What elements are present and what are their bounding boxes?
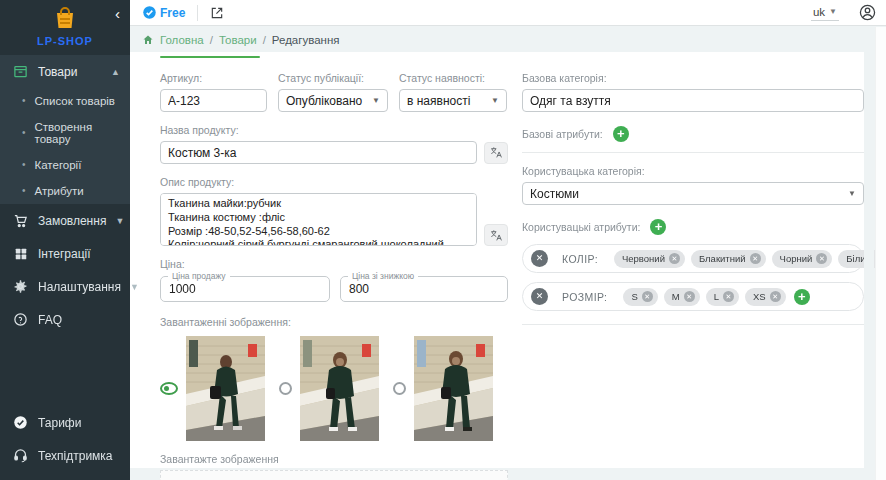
external-link-button[interactable]: [210, 6, 224, 20]
topbar: Free uk ▼: [130, 0, 886, 26]
sidebar-subitem-label: Атрибути: [35, 185, 84, 197]
sidebar-item-label: Товари: [38, 65, 102, 79]
add-custom-attribute-button[interactable]: +: [650, 219, 666, 235]
image-dropzone[interactable]: [160, 470, 508, 480]
value-chip: Блакитний✕: [691, 250, 766, 268]
value-chip: S✕: [623, 288, 657, 306]
image-radio-1[interactable]: [160, 382, 178, 395]
chevron-down-icon: ▼: [829, 7, 837, 16]
chip-label: Блакитний: [699, 253, 746, 264]
stock-status-select[interactable]: в наявності ▼: [399, 89, 507, 112]
publish-status-value: Опубліковано: [286, 94, 362, 108]
discount-price-input[interactable]: [349, 282, 499, 296]
remove-attribute-button[interactable]: ✕: [531, 250, 548, 267]
sidebar-item-label: Замовлення: [38, 214, 106, 228]
topbar-right: uk ▼: [811, 4, 876, 21]
sidebar-item-integrations[interactable]: Інтеграції: [0, 237, 130, 270]
sidebar: LP-SHOP ‹ Товари ▲ • Список товарів • Ст…: [0, 0, 130, 480]
check-seal-icon: [12, 414, 29, 431]
description-textarea[interactable]: Тканина майки:рубчик Тканина костюму :фл…: [160, 193, 477, 246]
product-name-input[interactable]: [160, 141, 477, 164]
sidebar-item-attributes[interactable]: • Атрибути: [0, 178, 130, 204]
uploaded-images-label: Завантаженні зображення:: [160, 316, 508, 328]
product-name-label: Назва продукту:: [160, 124, 508, 136]
divider: [522, 152, 864, 153]
base-attributes-label: Базові атрибути:: [522, 128, 603, 140]
remove-value-icon[interactable]: ✕: [770, 291, 781, 302]
sidebar-item-create-product[interactable]: • Створення товару: [0, 114, 130, 152]
sidebar-item-support[interactable]: Техпідтримка: [0, 439, 130, 472]
verified-badge-icon: [142, 5, 157, 20]
image-radio-3[interactable]: [393, 382, 406, 395]
value-chip: M✕: [664, 288, 700, 306]
product-photo[interactable]: [414, 336, 493, 441]
sidebar-collapse-icon[interactable]: ‹: [115, 6, 120, 21]
price-input[interactable]: [169, 282, 321, 296]
product-photo[interactable]: [186, 336, 265, 441]
remove-value-icon[interactable]: ✕: [642, 291, 653, 302]
sidebar-item-product-list[interactable]: • Список товарів: [0, 88, 130, 114]
sidebar-item-categories[interactable]: • Категорії: [0, 152, 130, 178]
image-radio-2[interactable]: [279, 382, 292, 395]
topbar-divider: [197, 5, 198, 21]
sidebar-footer: Тарифи Техпідтримка: [0, 406, 130, 480]
logo[interactable]: LP-SHOP ‹: [0, 0, 130, 55]
publish-status-select[interactable]: Опубліковано ▼: [278, 89, 388, 112]
external-link-icon: [210, 6, 224, 20]
breadcrumb-separator: /: [263, 34, 266, 46]
chevron-down-icon: ▼: [491, 96, 499, 105]
sku-input[interactable]: [160, 89, 267, 112]
sidebar-group-products: Товари ▲ • Список товарів • Створення то…: [0, 55, 130, 204]
home-icon: [142, 34, 154, 46]
price-field: Ціна продажу: [160, 276, 330, 302]
main-area: Free uk ▼ Головна / Товари / Редаг: [130, 0, 886, 480]
page-scrollbar[interactable]: [875, 27, 886, 480]
discount-price-field: Ціна зі знижкою: [340, 276, 508, 302]
help-circle-icon: [12, 311, 29, 328]
chevron-down-icon: ▼: [372, 96, 380, 105]
app-window: LP-SHOP ‹ Товари ▲ • Список товарів • Ст…: [0, 0, 886, 480]
remove-value-icon[interactable]: ✕: [750, 253, 761, 264]
sidebar-item-products[interactable]: Товари ▲: [0, 55, 130, 88]
headset-icon: [12, 447, 29, 464]
breadcrumb-home[interactable]: Головна: [160, 34, 204, 46]
sidebar-item-tariffs[interactable]: Тарифи: [0, 406, 130, 439]
custom-attributes-header: Користувацькі атрибути: +: [522, 219, 864, 235]
translate-button[interactable]: [484, 224, 508, 246]
remove-value-icon[interactable]: ✕: [816, 253, 827, 264]
add-base-attribute-button[interactable]: +: [613, 126, 629, 142]
stock-status-wrap: Статус наявності: в наявності ▼: [399, 72, 507, 112]
edit-product-form: Артикул: Статус публікації: Опубліковано…: [130, 52, 866, 468]
breadcrumb-products[interactable]: Товари: [219, 34, 257, 46]
content-right-gutter: [864, 27, 874, 480]
bullet-icon: •: [22, 186, 26, 196]
sidebar-item-label: Тарифи: [38, 416, 120, 430]
attribute-values: Червоний✕ Блакитний✕ Чорний✕ Білий✕ Сіри…: [614, 250, 886, 268]
custom-category-value: Костюми: [530, 187, 579, 201]
breadcrumb-current: Редагування: [272, 34, 340, 46]
add-value-button[interactable]: +: [794, 289, 810, 305]
discount-price-label: Ціна зі знижкою: [348, 271, 418, 281]
remove-attribute-button[interactable]: ✕: [531, 288, 548, 305]
translate-button[interactable]: [484, 142, 508, 164]
sidebar-item-orders[interactable]: Замовлення ▼: [0, 204, 130, 237]
custom-category-select[interactable]: Костюми ▼: [522, 182, 864, 205]
base-category-input[interactable]: [522, 89, 864, 112]
sidebar-item-faq[interactable]: FAQ: [0, 303, 130, 336]
remove-value-icon[interactable]: ✕: [669, 253, 680, 264]
divider: [522, 324, 864, 325]
product-photo[interactable]: [300, 336, 379, 441]
user-avatar-button[interactable]: [859, 4, 876, 21]
plan-badge[interactable]: Free: [142, 5, 185, 20]
cart-icon: [12, 212, 29, 229]
description-wrap: Опис продукту: Тканина майки:рубчик Ткан…: [160, 176, 508, 246]
sidebar-item-settings[interactable]: Налаштування ▼: [0, 270, 130, 303]
settings-gear-icon: [12, 278, 29, 295]
value-chip: L✕: [706, 288, 739, 306]
remove-value-icon[interactable]: ✕: [723, 291, 734, 302]
sidebar-item-label: Налаштування: [38, 280, 121, 294]
attribute-name: РОЗМІР:: [562, 291, 607, 303]
base-category-wrap: Базова категорія:: [522, 72, 864, 112]
language-select[interactable]: uk ▼: [811, 5, 839, 21]
remove-value-icon[interactable]: ✕: [684, 291, 695, 302]
